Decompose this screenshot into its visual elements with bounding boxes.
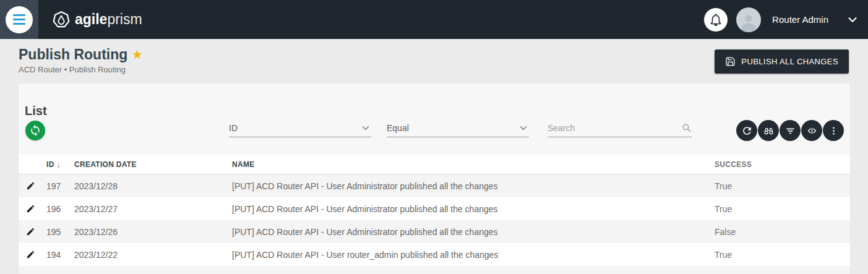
cell-id: 196 [46,204,74,214]
pencil-icon [26,250,35,259]
cell-success: False [715,227,850,237]
cell-success: True [715,181,850,191]
avatar[interactable] [736,7,761,32]
list-title: List [25,104,47,118]
brand-text-bold: agile [75,11,107,28]
results-table: ID ↓ CREATION DATE NAME SUCCESS 197 2023… [19,155,850,274]
chevron-down-icon [518,122,529,134]
publish-all-changes-button[interactable]: PUBLISH ALL CHANGES [715,49,849,74]
user-menu[interactable]: Router Admin [772,13,859,27]
pencil-icon [26,204,35,213]
more-button[interactable] [823,120,844,141]
cell-id: 195 [46,227,74,237]
table-row: 196 2023/12/27 [PUT] ACD Router API - Us… [19,197,850,220]
header-id[interactable]: ID ↓ [46,160,74,169]
cell-name: [PUT] ACD Router API - User Administrato… [232,204,715,214]
filter-field-value: ID [229,123,238,133]
user-name: Router Admin [772,14,828,25]
cell-creation-date: 2023/12/26 [74,227,232,237]
top-navbar: agileprism Router Admin [0,0,868,39]
code-icon [806,125,818,137]
filter-button[interactable] [780,120,801,141]
chevron-down-icon [846,13,859,27]
search-field [548,119,692,137]
list-toolbar: List ID Equal [19,83,850,155]
refresh-icon [741,125,753,137]
brand-logo[interactable]: agileprism [52,11,142,29]
save-icon [725,56,736,67]
filter-field-select[interactable]: ID [229,119,371,137]
header-name[interactable]: NAME [232,160,715,169]
edit-button[interactable] [25,226,37,238]
table-row: 195 2023/12/26 [PUT] ACD Router API - Us… [19,220,850,243]
page-header: Publish Routing ★ ACD Router • Publish R… [0,39,868,83]
table-row: 194 2023/12/22 [PUT] ACD Router API - Us… [19,243,850,266]
cell-success: True [715,204,850,214]
pencil-icon [26,181,35,191]
search-icon [681,122,692,133]
search-input[interactable] [548,123,681,133]
person-icon [738,11,759,32]
edit-button[interactable] [25,249,37,260]
header-success[interactable]: SUCCESS [715,160,850,169]
header-creation-date[interactable]: CREATION DATE [74,160,232,169]
filter-operator-value: Equal [387,123,409,133]
brand-text-light: prism [107,11,142,28]
chevron-down-icon [360,122,371,134]
filter-operator-select[interactable]: Equal [387,119,529,137]
cell-creation-date: 2023/12/28 [74,181,232,191]
cell-name: [PUT] ACD Router API - User Administrato… [232,181,715,191]
bell-icon [709,13,723,27]
table-header: ID ↓ CREATION DATE NAME SUCCESS [19,155,850,174]
sync-icon [29,124,41,137]
filter-icon [784,125,796,137]
columns-button[interactable] [801,120,822,141]
table-actions [736,120,844,141]
cell-id: 197 [46,181,74,191]
brand-icon [52,11,71,29]
binoculars-button[interactable] [758,120,779,141]
sort-desc-icon: ↓ [57,160,61,169]
list-card: List ID Equal [19,83,850,274]
refresh-button[interactable] [736,120,757,141]
edit-button[interactable] [25,180,37,192]
pencil-icon [26,227,35,236]
favorite-star-icon[interactable]: ★ [132,48,142,61]
more-vert-icon [828,125,840,137]
edit-button[interactable] [25,203,37,215]
binoculars-icon [763,125,775,137]
cell-success: True [715,250,850,260]
sync-button[interactable] [25,121,45,140]
menu-button[interactable] [0,0,38,39]
cell-name: [PUT] ACD Router API - User Administrato… [232,227,715,237]
hamburger-icon [13,14,25,25]
table-row: 197 2023/12/28 [PUT] ACD Router API - Us… [19,174,850,197]
cell-name: [PUT] ACD Router API - User router_admin… [232,250,715,260]
notifications-button[interactable] [704,8,728,32]
cell-id: 194 [46,250,74,260]
cell-creation-date: 2023/12/27 [74,204,232,214]
table-body: 197 2023/12/28 [PUT] ACD Router API - Us… [19,174,850,266]
cell-creation-date: 2023/12/22 [74,250,232,260]
table-row-partial [19,266,850,274]
